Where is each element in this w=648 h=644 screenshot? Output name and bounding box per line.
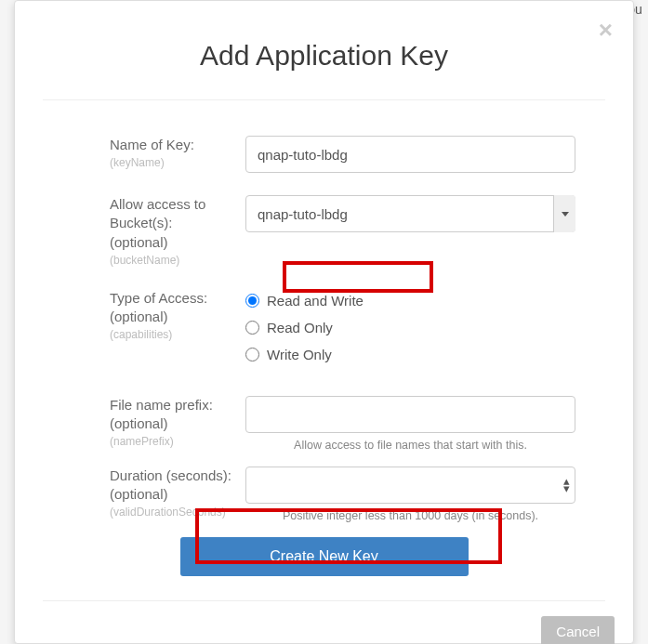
radio-read-write[interactable]: Read and Write — [245, 293, 575, 309]
add-key-modal: × Add Application Key Name of Key: (keyN… — [14, 0, 634, 644]
radio-read-write-label: Read and Write — [267, 293, 364, 309]
access-label: Type of Access: — [110, 289, 245, 308]
bucket-label: Allow access to Bucket(s): — [110, 195, 245, 233]
radio-write-only[interactable]: Write Only — [245, 347, 575, 362]
duration-sub: (optional) — [110, 485, 245, 504]
radio-read-only[interactable]: Read Only — [245, 320, 575, 335]
duration-label: Duration (seconds): — [110, 467, 245, 485]
prefix-sub: (optional) — [110, 414, 245, 433]
modal-title: Add Application Key — [15, 1, 633, 99]
radio-read-only-label: Read Only — [267, 320, 333, 335]
name-input[interactable] — [245, 136, 575, 173]
prefix-hint: Allow access to file names that start wi… — [245, 439, 575, 452]
divider — [43, 99, 605, 100]
duration-hint: Positive integer less than 1000 days (in… — [245, 509, 575, 522]
divider — [43, 600, 605, 601]
access-sub: (optional) — [110, 308, 245, 326]
access-code: (capabilities) — [110, 328, 245, 341]
prefix-code: (namePrefix) — [110, 435, 245, 448]
close-icon[interactable]: × — [599, 18, 613, 42]
radio-write-only-input[interactable] — [245, 348, 259, 361]
prefix-label: File name prefix: — [110, 396, 245, 414]
cancel-button[interactable]: Cancel — [541, 616, 615, 644]
name-code: (keyName) — [110, 156, 245, 169]
prefix-input[interactable] — [245, 396, 575, 433]
number-spinner-icon[interactable]: ▴▾ — [563, 478, 570, 493]
create-key-button[interactable]: Create New Key — [180, 537, 469, 576]
radio-read-write-input[interactable] — [245, 294, 259, 308]
bucket-select[interactable] — [245, 195, 575, 232]
duration-code: (validDurationSeconds) — [110, 506, 245, 519]
bucket-code: (bucketName) — [110, 254, 245, 267]
name-label: Name of Key: — [110, 136, 245, 154]
duration-input[interactable] — [245, 467, 575, 504]
radio-read-only-input[interactable] — [245, 321, 259, 335]
bucket-sub: (optional) — [110, 233, 245, 252]
radio-write-only-label: Write Only — [267, 347, 332, 362]
